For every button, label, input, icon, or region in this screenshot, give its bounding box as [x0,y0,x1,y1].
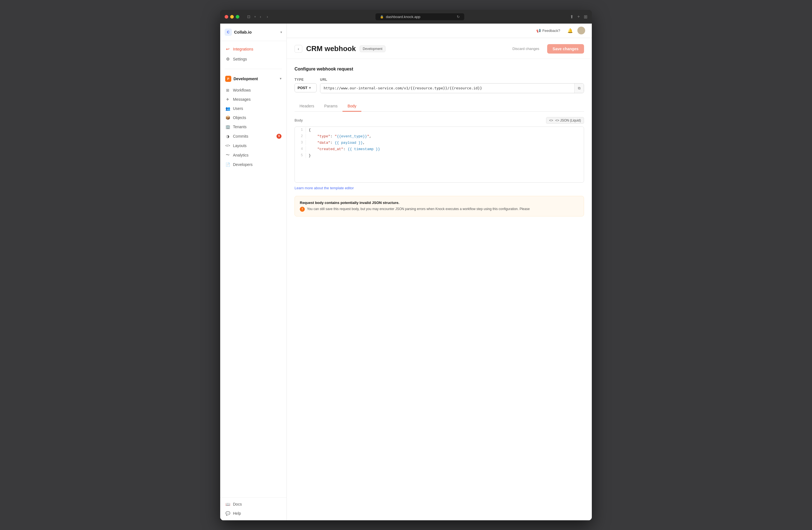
tab-body[interactable]: Body [343,101,361,112]
template-editor-link[interactable]: Learn more about the template editor [294,186,354,190]
lock-icon: 🔒 [380,15,384,18]
analytics-icon: 〜 [225,153,230,158]
objects-label: Objects [233,115,246,120]
sidebar-item-commits[interactable]: ◑ Commits 9 [222,131,284,141]
code-line-3: 3 "data": {{ payload }}, [295,140,584,146]
traffic-lights [224,15,239,18]
workflows-icon: ⊞ [225,88,230,92]
sidebar-item-layouts[interactable]: </> Layouts [222,141,284,150]
body-section: Body <> <> JSON (Liquid) 1 { [294,117,584,190]
back-button[interactable]: ‹ [294,45,302,53]
code-editor[interactable]: 1 { 2 "type": "{{event_type}}", 3 "data"… [294,127,584,183]
type-url-row: Type POST ▾ URL ⧉ [294,78,584,93]
layouts-icon: </> [225,144,230,148]
tenants-icon: 🏢 [225,125,230,129]
integrations-label: Integrations [233,47,253,51]
users-label: Users [233,106,243,111]
sidebar-item-analytics[interactable]: 〜 Analytics [222,151,284,160]
sidebar-item-messages[interactable]: ✈ Messages [222,95,284,104]
developers-icon: 📄 [225,162,230,167]
layouts-label: Layouts [233,143,247,148]
feedback-label: Feedback? [542,29,560,33]
url-label: URL [320,78,584,82]
messages-label: Messages [233,97,251,102]
warning-text: You can still save this request body, bu… [307,206,530,212]
environment-badge: Development [360,45,386,52]
type-field-group: Type POST ▾ [294,78,317,92]
body-label: Body [294,118,303,123]
brand-icon: C [224,29,232,36]
method-select[interactable]: POST ▾ [294,83,317,92]
tab-headers[interactable]: Headers [294,101,319,112]
browser-controls: ⊡ ▾ ‹ › [245,14,270,19]
sidebar-item-docs[interactable]: 📖 Docs [222,500,284,508]
method-chevron-icon: ▾ [309,86,311,90]
back-navigation-button[interactable]: ‹ [258,14,263,19]
fullscreen-button[interactable] [236,15,239,18]
notification-bell-icon[interactable]: 🔔 [567,28,573,33]
feedback-button[interactable]: 📢 Feedback? [534,27,563,34]
tabs-overview-icon[interactable]: ⊞ [584,14,588,19]
type-label: Type [294,78,317,82]
url-text: dashboard.knock.app [386,15,420,19]
reload-icon[interactable]: ↻ [457,15,460,19]
copy-icon: ⧉ [578,86,580,90]
address-bar: 🔒 dashboard.knock.app ↻ [273,13,566,20]
env-chevron-icon: ▾ [280,77,281,81]
address-bar-input[interactable]: 🔒 dashboard.knock.app ↻ [376,13,464,20]
sidebar-nav-top: ↩ Integrations ⚙ Settings [220,41,287,68]
analytics-label: Analytics [233,153,248,157]
warning-box: Request body contains potentially invali… [294,196,584,216]
tab-params[interactable]: Params [319,101,343,112]
sidebar-brand[interactable]: C Collab.io [224,29,251,36]
new-tab-icon[interactable]: + [577,14,580,19]
env-icon: P [225,76,231,82]
avatar[interactable] [577,27,585,34]
url-input-wrapper: ⧉ [320,83,584,93]
workflows-label: Workflows [233,88,251,92]
sidebar-item-users[interactable]: 👥 Users [222,104,284,113]
url-copy-button[interactable]: ⧉ [574,84,584,93]
sidebar-item-workflows[interactable]: ⊞ Workflows [222,86,284,95]
env-header[interactable]: P Development ▾ [222,73,284,84]
commits-badge-count: 9 [276,134,281,139]
sidebar-item-developers[interactable]: 📄 Developers [222,160,284,169]
browser-actions: ⬆ + ⊞ [570,14,588,19]
messages-icon: ✈ [225,97,230,102]
sidebar-item-settings[interactable]: ⚙ Settings [222,54,284,64]
objects-icon: 📦 [225,115,230,120]
discard-changes-button[interactable]: Discard changes [508,44,544,53]
docs-label: Docs [233,502,242,506]
url-input[interactable] [320,84,574,93]
commits-badge: 9 [276,134,281,139]
chevron-down-icon: ▾ [254,15,256,18]
share-icon[interactable]: ⬆ [570,14,574,19]
page-title: CRM webhook [306,44,356,53]
brand-chevron-icon[interactable]: ▾ [280,30,282,34]
sidebar-toggle-icon[interactable]: ⊡ [245,14,252,19]
sidebar-item-objects[interactable]: 📦 Objects [222,113,284,122]
warning-body: ! You can still save this request body, … [300,206,579,212]
json-format-badge[interactable]: <> <> JSON (Liquid) [546,117,584,124]
sidebar-item-integrations[interactable]: ↩ Integrations [222,44,284,54]
warning-exclamation: ! [302,207,303,212]
close-button[interactable] [224,15,228,18]
warning-icon: ! [300,207,305,212]
forward-navigation-button[interactable]: › [265,14,270,19]
sidebar-item-help[interactable]: 💬 Help [222,509,284,518]
commits-icon: ◑ [225,134,230,139]
configure-section-title: Configure webhook request [294,67,584,72]
help-label: Help [233,511,241,516]
browser-chrome: ⊡ ▾ ‹ › 🔒 dashboard.knock.app ↻ ⬆ + ⊞ [220,10,592,24]
minimize-button[interactable] [230,15,234,18]
brand-name: Collab.io [234,30,251,34]
sidebar-header: C Collab.io ▾ [220,24,287,41]
code-icon: <> [549,118,553,123]
code-line-2: 2 "type": "{{event_type}}", [295,133,584,140]
settings-icon: ⚙ [225,57,230,62]
brand-icon-letter: C [227,30,229,34]
warning-title: Request body contains potentially invali… [300,201,579,205]
save-changes-button[interactable]: Save changes [547,44,584,54]
page-header-left: ‹ CRM webhook Development [294,44,386,53]
sidebar-item-tenants[interactable]: 🏢 Tenants [222,123,284,131]
